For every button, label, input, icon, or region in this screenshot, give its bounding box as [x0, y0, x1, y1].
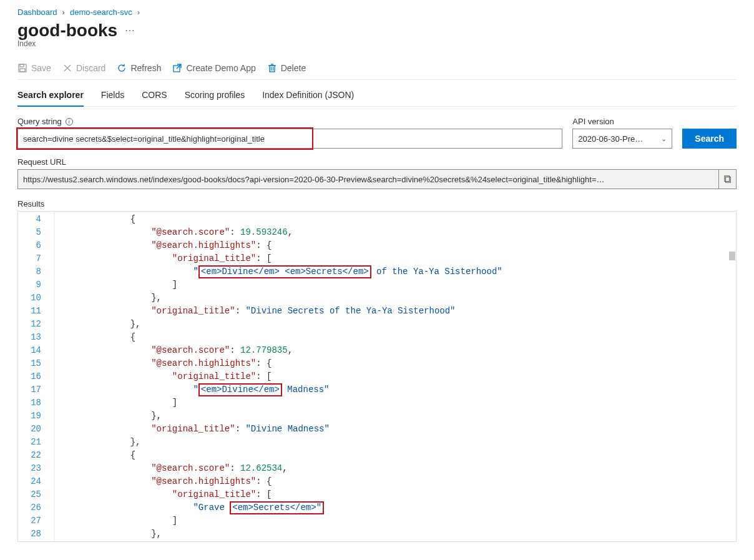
- discard-button[interactable]: Discard: [62, 63, 105, 73]
- page-subtitle: Index: [17, 39, 737, 48]
- results-label: Results: [17, 199, 737, 209]
- info-icon[interactable]: i: [66, 118, 73, 125]
- tab-scoring-profiles[interactable]: Scoring profiles: [185, 86, 245, 106]
- svg-line-6: [177, 64, 181, 69]
- line-gutter: 4567891011121314151617181920212223242526…: [18, 212, 54, 541]
- delete-button[interactable]: Delete: [267, 63, 306, 73]
- code-line: "@search.score": 12.62534,: [83, 462, 736, 475]
- breadcrumb-link-dashboard[interactable]: Dashboard: [17, 7, 57, 17]
- code-line: ]: [83, 514, 736, 528]
- close-icon: [62, 63, 72, 73]
- external-link-icon: [172, 63, 182, 73]
- code-line: "@search.highlights": {: [83, 239, 736, 252]
- chevron-right-icon: ›: [137, 7, 140, 17]
- trash-icon: [267, 63, 277, 73]
- code-line: },: [83, 436, 736, 449]
- code-line: {: [83, 213, 736, 226]
- code-line: ]: [83, 278, 736, 292]
- code-line: "@search.highlights": {: [83, 475, 736, 488]
- tab-cors[interactable]: CORS: [142, 86, 167, 106]
- svg-rect-7: [270, 66, 275, 72]
- code-line: "<em>Divine</em> <em>Secrets</em> of the…: [83, 265, 736, 278]
- tab-fields[interactable]: Fields: [101, 86, 124, 106]
- save-label: Save: [31, 63, 51, 73]
- chevron-down-icon: ⌄: [661, 135, 667, 143]
- code-line: {: [83, 331, 736, 344]
- save-button[interactable]: Save: [17, 63, 51, 73]
- scrollbar[interactable]: [726, 212, 736, 541]
- request-url-value: https://westus2.search.windows.net/index…: [17, 169, 719, 189]
- results-viewer: 4567891011121314151617181920212223242526…: [17, 211, 737, 542]
- query-string-input[interactable]: [17, 129, 562, 149]
- delete-label: Delete: [281, 63, 306, 73]
- annotation-box: <em>Secrets</em>": [230, 501, 324, 514]
- api-version-label: API version: [572, 117, 672, 126]
- code-line: ]: [83, 396, 736, 410]
- save-icon: [17, 63, 27, 73]
- chevron-right-icon: ›: [62, 7, 65, 17]
- tab-index-definition-json-[interactable]: Index Definition (JSON): [262, 86, 354, 106]
- svg-rect-1: [20, 64, 24, 67]
- breadcrumb-link-service[interactable]: demo-search-svc: [70, 7, 132, 17]
- code-line: "original_title": [: [83, 488, 736, 501]
- more-actions-icon[interactable]: ···: [125, 25, 135, 36]
- search-button[interactable]: Search: [682, 129, 737, 149]
- code-line: {: [83, 449, 736, 462]
- code-line: "original_title": [: [83, 252, 736, 265]
- page-title: good-books: [17, 21, 117, 41]
- code-line: "@search.score": 12.779835,: [83, 344, 736, 357]
- code-body[interactable]: { "@search.score": 19.593246, "@search.h…: [83, 212, 736, 541]
- toolbar: Save Discard Refresh Create Demo App Del…: [17, 59, 737, 80]
- code-line: "@search.highlights": {: [83, 357, 736, 370]
- tabs: Search explorerFieldsCORSScoring profile…: [17, 80, 737, 107]
- copy-button[interactable]: [719, 169, 737, 189]
- code-line: },: [83, 318, 736, 331]
- create-demo-app-button[interactable]: Create Demo App: [172, 63, 255, 73]
- scrollbar-thumb[interactable]: [729, 252, 735, 260]
- code-line: },: [83, 292, 736, 305]
- code-line: "<em>Divine</em> Madness": [83, 383, 736, 396]
- code-line: "original_title": [: [83, 370, 736, 383]
- code-line: "Grave <em>Secrets</em>": [83, 501, 736, 514]
- code-line: "original_title": "Divine Madness": [83, 423, 736, 436]
- code-line: "original_title": "Divine Secrets of the…: [83, 305, 736, 318]
- breadcrumb: Dashboard › demo-search-svc ›: [17, 7, 737, 17]
- refresh-button[interactable]: Refresh: [117, 63, 161, 73]
- tab-search-explorer[interactable]: Search explorer: [17, 86, 84, 106]
- code-line: },: [83, 410, 736, 423]
- annotation-box: <em>Divine</em> <em>Secrets</em>: [198, 265, 371, 278]
- api-version-select[interactable]: 2020-06-30-Pre… ⌄: [572, 129, 672, 149]
- query-string-label: Query string i: [17, 117, 562, 126]
- refresh-icon: [117, 63, 127, 73]
- request-url-label: Request URL: [17, 157, 737, 167]
- api-version-value: 2020-06-30-Pre…: [578, 134, 643, 144]
- create-demo-label: Create Demo App: [186, 63, 255, 73]
- annotation-box: <em>Divine</em>: [198, 383, 282, 396]
- code-line: "@search.score": 19.593246,: [83, 226, 736, 239]
- code-line: },: [83, 528, 736, 541]
- discard-label: Discard: [76, 63, 105, 73]
- copy-icon: [723, 175, 732, 184]
- refresh-label: Refresh: [130, 63, 161, 73]
- svg-rect-2: [20, 69, 25, 72]
